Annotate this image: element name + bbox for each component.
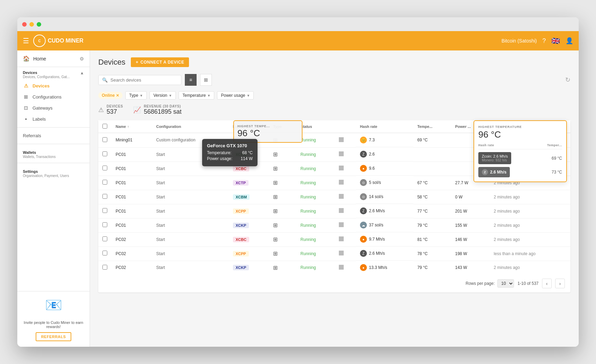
row-power: 201 W bbox=[451, 204, 490, 218]
search-input[interactable] bbox=[110, 77, 178, 83]
row-name: PC02 bbox=[111, 246, 152, 261]
settings-section-header: Settings Organisation, Payment, Users bbox=[17, 166, 90, 179]
devices-section-sub: Devices, Configurations, Gat... bbox=[23, 75, 84, 79]
sidebar-item-devices[interactable]: ⚠ Devices bbox=[17, 80, 90, 91]
filter-temperature[interactable]: Temperature ▼ bbox=[179, 91, 214, 100]
row-checkbox[interactable] bbox=[102, 222, 107, 227]
row-temp: 79 °C bbox=[413, 218, 451, 232]
sidebar-item-referrals[interactable]: Referrals bbox=[17, 130, 90, 141]
content-area: 🏠 Home ⚙ ▲ Devices Devices, Configuratio… bbox=[17, 50, 579, 347]
rows-per-page-select[interactable]: 10 25 50 bbox=[497, 279, 514, 288]
list-view-button[interactable]: ≡ bbox=[185, 74, 197, 86]
row-temp: 81 °C bbox=[413, 232, 451, 246]
minimize-btn[interactable] bbox=[29, 22, 34, 27]
row-label: XCKP bbox=[229, 218, 269, 232]
row-gpu bbox=[335, 176, 356, 190]
th-gpu bbox=[335, 120, 356, 133]
row-checkbox[interactable] bbox=[102, 251, 107, 255]
row-config: Start bbox=[152, 261, 228, 274]
row-name: PC02 bbox=[111, 261, 152, 274]
collapse-icon[interactable]: ▲ bbox=[80, 71, 84, 75]
gateway-icon: ⊡ bbox=[23, 105, 29, 111]
sidebar-item-labels-label: Labels bbox=[33, 116, 46, 122]
sidebar-item-gateways[interactable]: ⊡ Gateways bbox=[17, 102, 90, 113]
grid-view-button[interactable]: ⊞ bbox=[200, 74, 212, 86]
filter-power[interactable]: Power usage ▼ bbox=[217, 91, 254, 100]
hc-right-temp: 96 °C bbox=[478, 129, 562, 140]
row-name: PC01 bbox=[111, 218, 152, 232]
row-checkbox[interactable] bbox=[102, 151, 107, 156]
settings-gear-icon[interactable]: ⚙ bbox=[80, 56, 84, 62]
row-lastseen: 2 minutes ago bbox=[490, 190, 570, 204]
table-row: PC01 Start XCBM ⊞ Running ⊙14 sol/s 58 °… bbox=[98, 190, 570, 204]
help-icon[interactable]: ? bbox=[542, 37, 546, 45]
row-temp bbox=[413, 161, 451, 176]
main-content: Devices + CONNECT A DEVICE 🔍 ≡ ⊞ bbox=[90, 50, 579, 347]
row-type: ⊞ bbox=[269, 161, 296, 176]
table-row: PC02 Start XCPP ⊞ Running Z2.6 Mh/s 78 °… bbox=[98, 246, 570, 261]
row-power: 198 W bbox=[451, 246, 490, 261]
connect-icon: + bbox=[136, 60, 138, 65]
wallets-section-header: Wallets Wallets, Transactions bbox=[17, 147, 90, 160]
row-status: Running bbox=[296, 204, 335, 218]
row-hashrate: ●13.3 Mh/s bbox=[356, 261, 413, 274]
app-window: ☰ C CUDO MINER Bitcoin (Satoshi) ? 🇬🇧 👤 … bbox=[17, 17, 579, 347]
refresh-button[interactable]: ↻ bbox=[565, 76, 570, 84]
row-status: Running bbox=[296, 176, 335, 190]
row-gpu bbox=[335, 204, 356, 218]
filter-online-remove[interactable]: ✕ bbox=[116, 93, 119, 98]
row-temp: 58 °C bbox=[413, 190, 451, 204]
row-name: PC01 bbox=[111, 204, 152, 218]
filter-type-label: Type bbox=[129, 93, 138, 98]
row-hashrate: ⊙14 sol/s bbox=[356, 190, 413, 204]
row-hashrate: ●9.7 Mh/s bbox=[356, 232, 413, 246]
th-hashrate: Hash rate bbox=[356, 120, 413, 133]
select-all-checkbox[interactable] bbox=[102, 124, 107, 129]
row-config: Start bbox=[152, 232, 228, 246]
user-icon[interactable]: 👤 bbox=[566, 37, 573, 45]
row-gpu bbox=[335, 147, 356, 161]
search-box: 🔍 bbox=[98, 75, 181, 85]
connect-device-button[interactable]: + CONNECT A DEVICE bbox=[131, 57, 189, 67]
row-checkbox[interactable] bbox=[102, 236, 107, 241]
row-checkbox[interactable] bbox=[102, 137, 107, 142]
row-checkbox[interactable] bbox=[102, 265, 107, 270]
next-page-button[interactable]: › bbox=[555, 279, 565, 288]
menu-icon[interactable]: ☰ bbox=[23, 37, 29, 45]
devices-stat-label: DEVICES bbox=[107, 104, 123, 108]
row-type: ⊞ bbox=[269, 218, 296, 232]
connect-btn-label: CONNECT A DEVICE bbox=[141, 60, 184, 65]
page-header: Devices + CONNECT A DEVICE bbox=[98, 57, 570, 67]
filter-version[interactable]: Version ▼ bbox=[150, 91, 176, 100]
sidebar-item-labels[interactable]: ▪ Labels bbox=[17, 113, 90, 124]
row-checkbox[interactable] bbox=[102, 180, 107, 185]
prev-page-button[interactable]: ‹ bbox=[542, 279, 552, 288]
th-config: Configuration bbox=[152, 120, 228, 133]
close-btn[interactable] bbox=[22, 22, 27, 27]
row-status: Running bbox=[296, 161, 335, 176]
row-type: ⊞ bbox=[269, 190, 296, 204]
row-checkbox[interactable] bbox=[102, 194, 107, 199]
row-checkbox[interactable] bbox=[102, 166, 107, 170]
row-type: ⊞ bbox=[269, 204, 296, 218]
flag-icon[interactable]: 🇬🇧 bbox=[551, 37, 560, 45]
logo-circle: C bbox=[33, 35, 46, 47]
hc-right-cols: Hash rate Temper... bbox=[478, 143, 562, 149]
row-type: ⊞ bbox=[269, 176, 296, 190]
maximize-btn[interactable] bbox=[37, 22, 41, 27]
promo-text: Invite people to Cudo Miner to earn rewa… bbox=[23, 320, 84, 329]
row-power: 155 W bbox=[451, 218, 490, 232]
row-hashrate: ⊙5 sol/s bbox=[356, 176, 413, 190]
th-name[interactable]: Name↑ bbox=[111, 120, 152, 133]
row-gpu bbox=[335, 161, 356, 176]
referrals-button[interactable]: REFERRALS bbox=[36, 332, 72, 341]
sidebar-item-configurations[interactable]: ⊞ Configurations bbox=[17, 91, 90, 102]
row-temp: 78 °C bbox=[413, 246, 451, 261]
filter-online[interactable]: Online ✕ bbox=[98, 92, 123, 99]
filter-type[interactable]: Type ▼ bbox=[125, 91, 147, 100]
row-checkbox[interactable] bbox=[102, 208, 107, 213]
row-label: XCPP bbox=[229, 246, 269, 261]
row-status: Running bbox=[296, 246, 335, 261]
hc-row1-mono: Monero: 932 h/s bbox=[482, 158, 508, 162]
sidebar-home-item[interactable]: 🏠 Home ⚙ bbox=[17, 50, 90, 67]
